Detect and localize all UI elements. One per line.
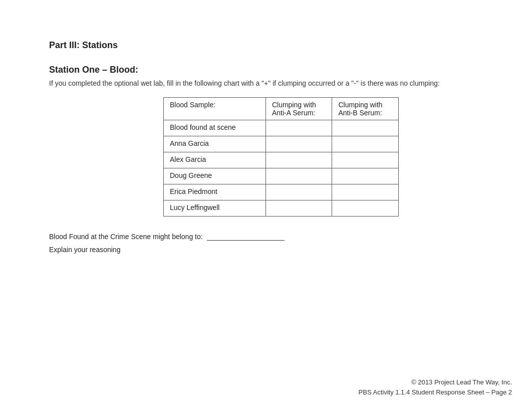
table-wrapper: Blood Sample: Clumping withAnti-A Serum:…	[163, 97, 483, 217]
cell-anti-a	[265, 120, 332, 136]
table-row: Erica Piedmont	[164, 184, 399, 200]
cell-anti-b	[332, 152, 399, 168]
table-row: Lucy Leffingwell	[164, 200, 399, 217]
table-row: Blood found at scene	[164, 120, 399, 136]
cell-sample: Anna Garcia	[164, 136, 266, 152]
cell-sample: Blood found at scene	[164, 120, 266, 136]
cell-anti-b	[332, 200, 399, 217]
part-title: Part III: Stations	[49, 40, 483, 51]
table-row: Alex Garcia	[164, 152, 399, 168]
cell-anti-a	[265, 184, 332, 200]
conclusion-line2: Explain your reasoning	[49, 246, 483, 254]
conclusion-section: Blood Found at the Crime Scene might bel…	[49, 233, 483, 254]
col-header-sample: Blood Sample:	[164, 98, 266, 120]
cell-anti-b	[332, 136, 399, 152]
station-title: Station One – Blood:	[49, 65, 483, 75]
cell-anti-a	[265, 168, 332, 184]
footer-line2: PBS Activity 1.1.4 Student Response Shee…	[359, 387, 512, 397]
footer: © 2013 Project Lead The Way, Inc. PBS Ac…	[359, 377, 512, 397]
table-row: Doug Greene	[164, 168, 399, 184]
cell-anti-b	[332, 184, 399, 200]
cell-anti-b	[332, 168, 399, 184]
instruction-text: If you completed the optional wet lab, f…	[49, 79, 483, 87]
cell-sample: Erica Piedmont	[164, 184, 266, 200]
cell-anti-a	[265, 152, 332, 168]
table-row: Anna Garcia	[164, 136, 399, 152]
main-content: Part III: Stations Station One – Blood: …	[0, 0, 532, 254]
col-header-anti-b: Clumping withAnti-B Serum:	[332, 98, 399, 120]
col-header-anti-a: Clumping withAnti-A Serum:	[265, 98, 332, 120]
cell-anti-a	[265, 200, 332, 217]
footer-line1: © 2013 Project Lead The Way, Inc.	[359, 377, 512, 387]
cell-sample: Lucy Leffingwell	[164, 200, 266, 217]
cell-sample: Doug Greene	[164, 168, 266, 184]
conclusion-blank	[207, 240, 285, 241]
cell-sample: Alex Garcia	[164, 152, 266, 168]
cell-anti-b	[332, 120, 399, 136]
conclusion-prefix: Blood Found at the Crime Scene might bel…	[49, 233, 203, 241]
conclusion-line1: Blood Found at the Crime Scene might bel…	[49, 233, 483, 241]
blood-table: Blood Sample: Clumping withAnti-A Serum:…	[163, 97, 399, 217]
cell-anti-a	[265, 136, 332, 152]
